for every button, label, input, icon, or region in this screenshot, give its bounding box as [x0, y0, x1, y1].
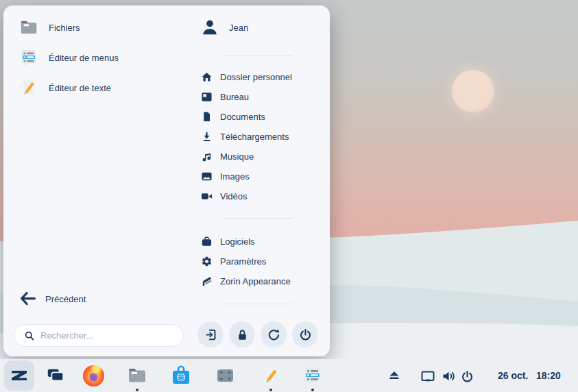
place-telechargements[interactable]: Téléchargements	[201, 127, 292, 147]
software-store-icon	[170, 365, 192, 387]
place-label: Bureau	[220, 92, 249, 102]
system-label: Zorin Appearance	[220, 276, 291, 286]
display-icon[interactable]	[420, 369, 435, 384]
place-documents[interactable]: Documents	[201, 107, 292, 127]
places-list: Dossier personnel Bureau Documents Téléc…	[201, 67, 292, 206]
power-button[interactable]	[292, 321, 318, 347]
running-indicator	[311, 389, 314, 391]
place-images[interactable]: Images	[201, 167, 292, 186]
zorin-appearance-icon	[201, 275, 213, 287]
taskbar-time[interactable]: 18:20	[536, 359, 561, 392]
taskbar-files-button[interactable]	[122, 360, 152, 391]
menu-app-list: Fichiers Éditeur de menus Éditeur de tex…	[12, 12, 125, 103]
power-icon	[298, 328, 313, 342]
place-label: Vidéos	[220, 191, 248, 201]
menu-app-label: Éditeur de menus	[49, 53, 119, 63]
taskbar-firefox-button[interactable]	[78, 360, 108, 391]
music-note-icon	[201, 151, 213, 162]
restart-button[interactable]	[261, 321, 287, 347]
download-icon	[201, 131, 213, 143]
firefox-icon	[83, 365, 104, 387]
back-label: Précédent	[45, 294, 86, 304]
taskbar-screenshot-tool-button[interactable]	[210, 360, 240, 391]
menu-editor-icon	[19, 47, 39, 68]
briefcase-icon	[201, 236, 213, 247]
back-arrow-icon	[18, 289, 38, 309]
image-icon	[201, 171, 213, 182]
user-button[interactable]: Jean	[200, 12, 248, 42]
place-dossier-personnel[interactable]: Dossier personnel	[201, 67, 292, 87]
session-buttons	[197, 321, 318, 347]
taskbar-menu-editor-button[interactable]	[298, 360, 328, 391]
system-label: Paramètres	[220, 256, 266, 267]
home-icon	[201, 71, 213, 83]
desktop: Fichiers Éditeur de menus Éditeur de tex…	[0, 0, 578, 392]
taskbar-zorin-menu-button[interactable]	[4, 360, 34, 391]
desktop-icon	[201, 91, 213, 103]
moon	[452, 70, 494, 112]
taskbar-window-switcher-button[interactable]	[40, 360, 71, 391]
place-label: Dossier personnel	[220, 72, 292, 82]
system-list: Logiciels Paramètres Zorin Appearance	[201, 232, 291, 291]
divider	[224, 56, 293, 56]
search-bar	[14, 324, 184, 347]
menu-app-label: Éditeur de texte	[49, 83, 111, 93]
back-button[interactable]: Précédent	[18, 288, 86, 310]
place-videos[interactable]: Vidéos	[201, 186, 292, 206]
search-icon	[24, 330, 35, 341]
user-avatar-icon	[200, 17, 220, 38]
text-editor-icon	[260, 365, 282, 387]
divider	[224, 304, 293, 304]
volume-icon[interactable]	[441, 369, 456, 384]
place-label: Téléchargements	[220, 132, 289, 142]
lock-icon	[235, 328, 250, 342]
place-label: Images	[220, 171, 250, 182]
menu-editor-icon	[302, 365, 324, 387]
video-camera-icon	[201, 191, 213, 202]
power-icon[interactable]	[459, 369, 474, 384]
files-folder-icon	[19, 17, 39, 38]
restart-icon	[267, 328, 281, 342]
menu-app-editeur-de-texte[interactable]: Éditeur de texte	[12, 73, 125, 103]
system-label: Logiciels	[220, 236, 255, 247]
taskbar-date[interactable]: 26 oct.	[498, 359, 528, 392]
document-icon	[201, 111, 213, 123]
taskbar: 26 oct. 18:20	[0, 359, 578, 392]
user-name: Jean	[229, 23, 248, 33]
gear-icon	[201, 256, 213, 267]
system-parametres[interactable]: Paramètres	[201, 252, 291, 271]
eject-icon[interactable]	[387, 369, 402, 384]
place-label: Musique	[220, 151, 254, 162]
system-zorin-appearance[interactable]: Zorin Appearance	[201, 271, 291, 291]
window-switcher-icon	[45, 365, 66, 386]
running-indicator	[136, 389, 139, 391]
files-folder-icon	[126, 365, 148, 387]
menu-app-label: Fichiers	[49, 23, 80, 33]
taskbar-text-editor-button[interactable]	[256, 360, 286, 391]
divider	[224, 218, 293, 219]
menu-app-fichiers[interactable]: Fichiers	[12, 12, 125, 42]
logout-button[interactable]	[197, 321, 224, 347]
taskbar-software-store-button[interactable]	[166, 360, 196, 391]
place-label: Documents	[220, 112, 265, 122]
screenshot-tool-icon	[214, 365, 236, 387]
lock-button[interactable]	[229, 321, 255, 347]
menu-app-editeur-de-menus[interactable]: Éditeur de menus	[12, 42, 125, 73]
logout-icon	[204, 328, 218, 342]
text-editor-icon	[19, 77, 39, 98]
place-musique[interactable]: Musique	[201, 147, 292, 167]
running-indicator	[269, 389, 272, 391]
zorin-logo-icon	[8, 364, 31, 387]
place-bureau[interactable]: Bureau	[201, 87, 292, 107]
search-input[interactable]	[40, 330, 176, 341]
system-logiciels[interactable]: Logiciels	[201, 232, 291, 252]
app-menu-panel: Fichiers Éditeur de menus Éditeur de tex…	[3, 5, 330, 356]
